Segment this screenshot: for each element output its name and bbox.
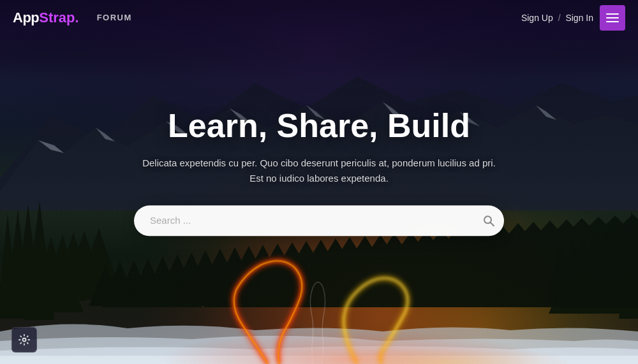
hamburger-line-2 <box>606 17 619 18</box>
hero-title: Learn, Share, Build <box>128 108 510 144</box>
svg-point-87 <box>23 339 26 342</box>
hero-content: Learn, Share, Build Delicata expetendis … <box>128 108 510 236</box>
sign-up-link[interactable]: Sign Up <box>521 13 553 23</box>
nav-forum-link[interactable]: FORUM <box>97 13 132 22</box>
hero-subtitle: Delicata expetendis cu per. Quo cibo des… <box>140 156 498 186</box>
search-input[interactable] <box>134 205 504 236</box>
search-button[interactable] <box>477 208 501 233</box>
settings-button[interactable] <box>11 327 37 353</box>
navbar: AppStrap. FORUM Sign Up / Sign In <box>0 0 638 35</box>
hamburger-line-3 <box>606 21 619 22</box>
search-icon <box>482 214 495 227</box>
gear-icon <box>18 333 31 346</box>
brand-strap: Strap <box>39 10 75 26</box>
navbar-brand: AppStrap. <box>13 10 79 26</box>
hamburger-menu-button[interactable] <box>600 5 625 31</box>
nav-auth-links: Sign Up / Sign In <box>521 13 593 23</box>
navbar-right: Sign Up / Sign In <box>521 5 625 31</box>
sign-in-link[interactable]: Sign In <box>565 13 593 23</box>
auth-separator: / <box>558 13 561 23</box>
brand-dot: . <box>75 10 79 26</box>
search-container <box>134 205 504 236</box>
hamburger-line-1 <box>606 13 619 15</box>
brand-app: App <box>13 10 39 26</box>
svg-line-86 <box>491 222 494 226</box>
